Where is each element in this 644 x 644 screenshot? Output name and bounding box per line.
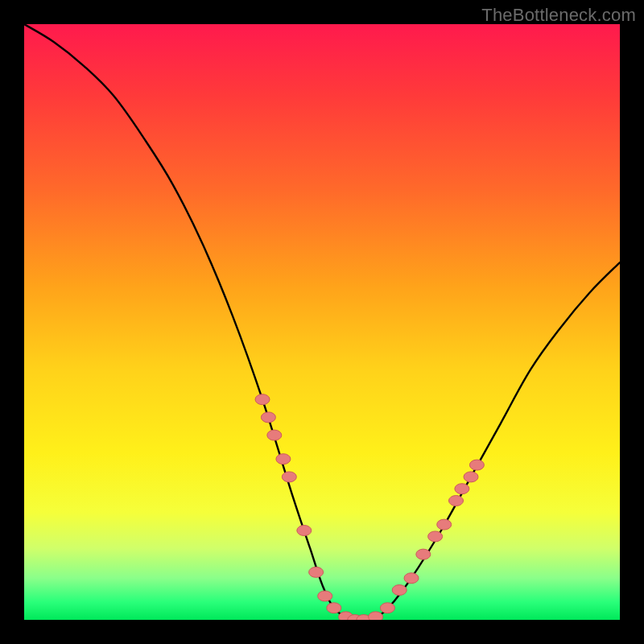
marker-dot <box>416 549 431 559</box>
marker-dot <box>392 585 407 596</box>
marker-dot <box>464 472 478 482</box>
plot-area <box>24 24 620 620</box>
chart-frame: TheBottleneck.com <box>0 0 644 644</box>
marker-dot <box>255 394 270 405</box>
curve-svg <box>24 24 620 620</box>
bottleneck-curve <box>24 24 620 620</box>
marker-dot <box>297 526 312 536</box>
curve-layer <box>24 24 620 620</box>
marker-dot <box>282 472 296 482</box>
marker-dot <box>449 496 464 506</box>
marker-dot <box>404 573 419 584</box>
marker-dot <box>267 430 282 440</box>
marker-dot <box>455 484 469 494</box>
marker-dots <box>255 394 484 620</box>
marker-dot <box>327 603 341 613</box>
watermark-text: TheBottleneck.com <box>481 5 636 26</box>
marker-dot <box>276 454 291 464</box>
marker-dot <box>261 412 275 423</box>
marker-dot <box>437 519 452 530</box>
marker-dot <box>309 567 324 577</box>
marker-dot <box>369 612 383 620</box>
marker-dot <box>318 591 332 601</box>
marker-dot <box>380 603 394 613</box>
marker-dot <box>469 460 484 470</box>
marker-dot <box>428 531 443 542</box>
